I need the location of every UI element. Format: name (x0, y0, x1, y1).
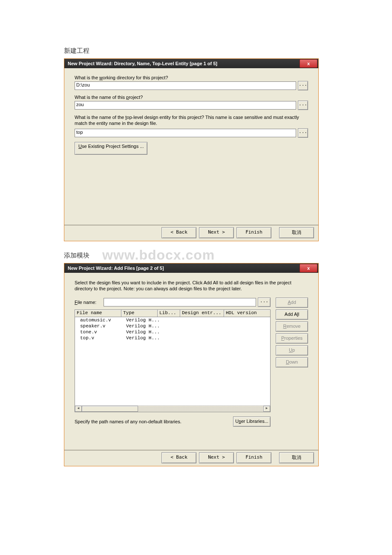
col-hdl-version[interactable]: HDL version (224, 310, 270, 317)
titlebar-text-1: New Project Wizard: Directory, Name, Top… (64, 61, 221, 66)
down-button[interactable]: Down (276, 357, 308, 367)
browse-name-button[interactable]: ... (298, 101, 308, 110)
close-icon[interactable]: x (300, 59, 317, 68)
scroll-left-icon[interactable]: ◄ (75, 406, 82, 412)
add-button[interactable]: Add (276, 298, 308, 308)
table-row[interactable]: automusic.v Verilog H... (75, 318, 270, 324)
col-type[interactable]: Type (121, 310, 158, 317)
finish-button[interactable]: Finish (236, 227, 271, 238)
titlebar-text-2: New Project Wizard: Add Files [page 2 of… (64, 266, 167, 271)
browse-entity-button[interactable]: ... (298, 128, 308, 138)
table-row[interactable]: tone.v Verilog H... (75, 330, 270, 335)
footer-1: < Back Next > Finish 取消 (64, 225, 318, 241)
add-files-description: Select the design files you want to incl… (75, 280, 308, 292)
col-lib[interactable]: Lib... (158, 310, 180, 317)
next-button[interactable]: Next > (199, 227, 234, 238)
remove-button[interactable]: Remove (276, 321, 308, 332)
heading-add-module: 添加模块 (64, 251, 89, 260)
label-working-dir: What is the working directory for this p… (75, 75, 308, 80)
properties-button[interactable]: Properties (276, 333, 308, 344)
cancel-button[interactable]: 取消 (279, 227, 314, 238)
label-top-entity: What is the name of the top-level design… (75, 114, 308, 127)
heading-create-project: 新建工程 (64, 47, 328, 55)
browse-file-button[interactable]: ... (258, 298, 271, 307)
footer-2: < Back Next > Finish 取消 (64, 450, 318, 466)
up-button[interactable]: Up (276, 345, 308, 356)
scroll-thumb[interactable] (82, 406, 138, 412)
file-table-body[interactable]: automusic.v Verilog H... speaker.v Veril… (75, 317, 271, 412)
label-project-name: What is the name of this project? (75, 95, 308, 100)
col-filename[interactable]: File name (75, 310, 121, 317)
label-non-default-libs: Specify the path names of any non-defaul… (75, 419, 233, 424)
next-button[interactable]: Next > (199, 452, 234, 463)
finish-button[interactable]: Finish (236, 452, 271, 463)
dialog-new-project-page2: New Project Wizard: Add Files [page 2 of… (64, 263, 319, 467)
back-button[interactable]: < Back (161, 452, 196, 463)
use-existing-settings-button[interactable]: Use Existing Project Settings ... (75, 142, 147, 155)
titlebar-2: New Project Wizard: Add Files [page 2 of… (64, 263, 318, 273)
input-top-entity[interactable]: top (75, 129, 296, 137)
table-row[interactable]: top.v Verilog H... (75, 335, 270, 341)
back-button[interactable]: < Back (161, 227, 196, 238)
file-table-header: File name Type Lib... Design entr... HDL… (75, 309, 271, 317)
watermark-text: www.bdocx.com (102, 247, 215, 263)
table-row[interactable]: speaker.v Verilog H... (75, 324, 270, 330)
cancel-button[interactable]: 取消 (279, 452, 314, 463)
input-project-name[interactable]: zou (75, 101, 296, 110)
titlebar-1: New Project Wizard: Directory, Name, Top… (64, 59, 318, 68)
user-libraries-button[interactable]: User Libraries... (233, 416, 271, 427)
browse-dir-button[interactable]: ... (298, 81, 308, 90)
input-working-dir[interactable]: D:\zou (75, 81, 296, 90)
col-design-entry[interactable]: Design entr... (180, 310, 224, 317)
label-file-name: File name: (75, 300, 104, 305)
add-all-button[interactable]: Add All (276, 309, 308, 320)
horizontal-scrollbar[interactable]: ◄ ► (75, 405, 270, 412)
input-file-name[interactable] (104, 298, 256, 306)
close-icon[interactable]: x (300, 264, 317, 272)
scroll-right-icon[interactable]: ► (263, 406, 270, 412)
dialog-new-project-page1: New Project Wizard: Directory, Name, Top… (64, 58, 319, 241)
